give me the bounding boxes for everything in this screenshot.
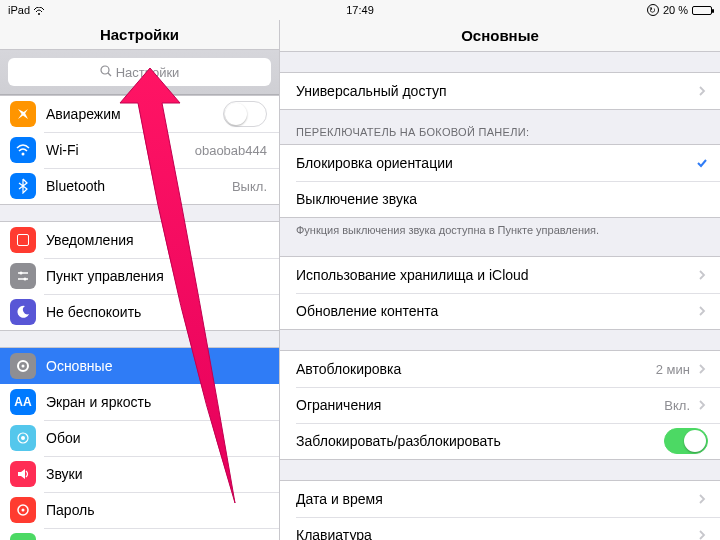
- sidebar-item-label: Обои: [46, 430, 267, 446]
- row-keyboard[interactable]: Клавиатура: [280, 517, 720, 540]
- chevron-right-icon: [696, 399, 708, 411]
- row-lock-toggle[interactable]: Заблокировать/разблокировать: [280, 423, 720, 459]
- display-icon: AA: [10, 389, 36, 415]
- sidebar-item-battery[interactable]: Аккумулятор: [0, 528, 279, 540]
- row-storage[interactable]: Использование хранилища и iCloud: [280, 257, 720, 293]
- airplane-switch[interactable]: [223, 101, 267, 127]
- svg-point-9: [22, 365, 25, 368]
- chevron-right-icon: [696, 493, 708, 505]
- sidebar-item-label: Пункт управления: [46, 268, 267, 284]
- gear-icon: [10, 353, 36, 379]
- detail-title: Основные: [280, 20, 720, 52]
- svg-point-3: [22, 153, 25, 156]
- lock-toggle-switch[interactable]: [664, 428, 708, 454]
- controlcenter-icon: [10, 263, 36, 289]
- row-refresh[interactable]: Обновление контента: [280, 293, 720, 329]
- row-accessibility[interactable]: Универсальный доступ: [280, 73, 720, 109]
- row-label: Обновление контента: [296, 303, 696, 319]
- sidebar-item-general[interactable]: Основные: [0, 348, 279, 384]
- sidebar-item-label: Уведомления: [46, 232, 267, 248]
- sidebar: Настройки Настройки Авиарежим Wi-Fi obao…: [0, 20, 280, 540]
- row-datetime[interactable]: Дата и время: [280, 481, 720, 517]
- sidebar-item-wifi[interactable]: Wi-Fi obaobab444: [0, 132, 279, 168]
- sidebar-item-airplane[interactable]: Авиарежим: [0, 96, 279, 132]
- row-lock-rotation[interactable]: Блокировка ориентации: [280, 145, 720, 181]
- row-label: Использование хранилища и iCloud: [296, 267, 696, 283]
- sidebar-item-bluetooth[interactable]: Bluetooth Выкл.: [0, 168, 279, 204]
- row-label: Блокировка ориентации: [296, 155, 696, 171]
- svg-point-7: [24, 278, 27, 281]
- row-value: 2 мин: [656, 362, 690, 377]
- sidebar-item-passcode[interactable]: Пароль: [0, 492, 279, 528]
- bluetooth-icon: [10, 173, 36, 199]
- chevron-right-icon: [696, 363, 708, 375]
- row-label: Выключение звука: [296, 191, 708, 207]
- dnd-icon: [10, 299, 36, 325]
- notifications-icon: [10, 227, 36, 253]
- status-bar: iPad 17:49 ↻ 20 %: [0, 0, 720, 20]
- sidebar-item-sounds[interactable]: Звуки: [0, 456, 279, 492]
- row-autolock[interactable]: Автоблокировка 2 мин: [280, 351, 720, 387]
- sidebar-item-dnd[interactable]: Не беспокоить: [0, 294, 279, 330]
- sidebar-item-label: Основные: [46, 358, 267, 374]
- sidebar-item-label: Авиарежим: [46, 106, 223, 122]
- svg-point-1: [101, 66, 109, 74]
- wallpaper-icon: [10, 425, 36, 451]
- sidebar-item-display[interactable]: AA Экран и яркость: [0, 384, 279, 420]
- sounds-icon: [10, 461, 36, 487]
- row-label: Дата и время: [296, 491, 696, 507]
- passcode-icon: [10, 497, 36, 523]
- row-label: Автоблокировка: [296, 361, 656, 377]
- svg-point-11: [21, 436, 25, 440]
- sidebar-title: Настройки: [0, 20, 279, 50]
- row-mute[interactable]: Выключение звука: [280, 181, 720, 217]
- search-icon: [100, 65, 112, 80]
- row-label: Ограничения: [296, 397, 664, 413]
- chevron-right-icon: [696, 529, 708, 540]
- detail-pane: Основные Универсальный доступ ПЕРЕКЛЮЧАТ…: [280, 20, 720, 540]
- chevron-right-icon: [696, 85, 708, 97]
- bluetooth-value: Выкл.: [232, 179, 267, 194]
- chevron-right-icon: [696, 305, 708, 317]
- sidebar-item-label: Не беспокоить: [46, 304, 267, 320]
- airplane-icon: [10, 101, 36, 127]
- row-label: Клавиатура: [296, 527, 696, 540]
- row-label: Заблокировать/разблокировать: [296, 433, 664, 449]
- row-restrictions[interactable]: Ограничения Вкл.: [280, 387, 720, 423]
- search-input[interactable]: Настройки: [8, 58, 271, 86]
- wifi-icon: [10, 137, 36, 163]
- sidebar-item-label: Wi-Fi: [46, 142, 195, 158]
- row-value: Вкл.: [664, 398, 690, 413]
- sidebar-item-label: Bluetooth: [46, 178, 232, 194]
- chevron-right-icon: [696, 269, 708, 281]
- sidebar-item-label: Экран и яркость: [46, 394, 267, 410]
- clock: 17:49: [0, 4, 720, 16]
- section-footer: Функция выключения звука доступна в Пунк…: [280, 218, 720, 236]
- check-icon: [696, 157, 708, 169]
- sidebar-item-label: Пароль: [46, 502, 267, 518]
- sidebar-item-label: Звуки: [46, 466, 267, 482]
- sidebar-item-notifications[interactable]: Уведомления: [0, 222, 279, 258]
- sidebar-item-wallpaper[interactable]: Обои: [0, 420, 279, 456]
- sidebar-item-controlcenter[interactable]: Пункт управления: [0, 258, 279, 294]
- section-header: ПЕРЕКЛЮЧАТЕЛЬ НА БОКОВОЙ ПАНЕЛИ:: [280, 110, 720, 144]
- wifi-value: obaobab444: [195, 143, 267, 158]
- row-label: Универсальный доступ: [296, 83, 696, 99]
- svg-point-5: [20, 272, 23, 275]
- svg-point-13: [22, 509, 25, 512]
- battery-icon: [10, 533, 36, 540]
- svg-line-2: [108, 73, 111, 76]
